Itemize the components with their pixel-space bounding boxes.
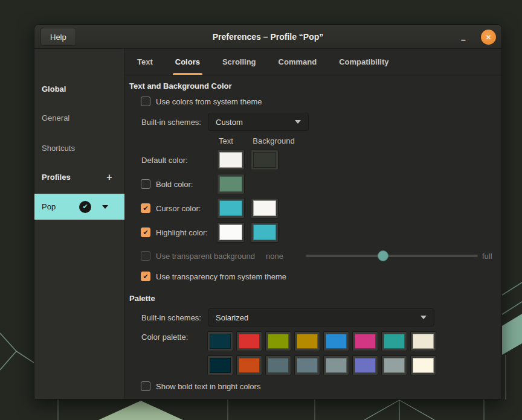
- palette-swatch-10[interactable]: [265, 355, 291, 375]
- bold-color-label: Bold color:: [156, 180, 193, 189]
- slider-none-label: none: [266, 252, 283, 261]
- tab-scrolling[interactable]: Scrolling: [220, 49, 259, 75]
- color-fill: [239, 334, 260, 349]
- palette-swatch-8[interactable]: [207, 355, 233, 375]
- highlight-text-color-swatch[interactable]: [217, 222, 245, 243]
- tab-compatibility[interactable]: Compatibility: [337, 49, 391, 75]
- show-bold-label: Show bold text in bright colors: [156, 382, 260, 391]
- transparent-background-row: Use transparent background: [141, 249, 255, 263]
- column-header-text: Text: [208, 136, 244, 145]
- section-title-palette: Palette: [129, 294, 155, 303]
- highlight-color-row: ✔ Highlight color:: [141, 225, 208, 240]
- use-system-colors-row: Use colors from system theme: [141, 94, 262, 109]
- cursor-color-checkbox[interactable]: ✔: [141, 203, 150, 213]
- color-fill: [297, 358, 318, 373]
- palette-swatch-9[interactable]: [236, 355, 262, 375]
- color-fill: [219, 152, 242, 168]
- color-fill: [268, 334, 289, 349]
- palette-swatch-4[interactable]: [323, 331, 349, 351]
- check-icon: ✔: [143, 205, 148, 212]
- sidebar: Global General Shortcuts Profiles + Pop …: [34, 49, 124, 399]
- default-color-label: Default color:: [141, 156, 188, 165]
- color-fill: [355, 334, 376, 349]
- chevron-down-icon: [295, 120, 301, 124]
- palette-swatch-15[interactable]: [410, 355, 436, 375]
- palette-builtin-value: Solarized: [216, 313, 248, 322]
- highlight-background-color-swatch[interactable]: [251, 222, 279, 243]
- transparency-slider-track[interactable]: [306, 255, 478, 257]
- palette-builtin-row: Built-in schemes:: [141, 310, 201, 325]
- palette-swatch-5[interactable]: [352, 331, 378, 351]
- column-header-background: Background: [248, 136, 299, 145]
- color-fill: [355, 358, 376, 373]
- highlight-color-checkbox[interactable]: ✔: [141, 228, 150, 237]
- minimize-button[interactable]: –: [457, 31, 469, 43]
- help-button[interactable]: Help: [40, 28, 76, 46]
- use-system-colors-label: Use colors from system theme: [156, 97, 262, 106]
- system-transparency-checkbox[interactable]: ✔: [141, 272, 150, 281]
- palette-swatch-11[interactable]: [294, 355, 320, 375]
- transparency-slider-handle[interactable]: [378, 250, 388, 261]
- color-palette-label-row: Color palette:: [141, 329, 188, 344]
- close-icon: ✕: [485, 33, 491, 42]
- bold-color-row: Bold color:: [141, 177, 193, 191]
- palette-swatch-13[interactable]: [352, 355, 378, 375]
- color-fill: [384, 334, 405, 349]
- sidebar-item-general[interactable]: General: [34, 113, 124, 122]
- builtin-schemes-dropdown[interactable]: Custom: [208, 113, 309, 131]
- plus-icon: +: [106, 172, 112, 182]
- builtin-schemes-row: Built-in schemes:: [141, 115, 201, 129]
- cursor-text-color-swatch[interactable]: [217, 198, 245, 218]
- show-bold-checkbox[interactable]: [141, 381, 150, 391]
- default-background-color-swatch[interactable]: [251, 150, 279, 170]
- palette-swatch-2[interactable]: [265, 331, 291, 351]
- default-text-color-swatch[interactable]: [217, 150, 245, 170]
- transparent-background-label: Use transparent background: [156, 252, 255, 261]
- cursor-background-color-swatch[interactable]: [251, 198, 279, 218]
- color-fill: [210, 358, 231, 373]
- palette-swatch-7[interactable]: [410, 331, 436, 351]
- palette-swatch-3[interactable]: [294, 331, 320, 351]
- chevron-down-icon: [420, 316, 427, 319]
- chevron-down-icon[interactable]: [102, 205, 108, 209]
- highlight-color-label: Highlight color:: [156, 228, 208, 237]
- sidebar-item-profile-pop[interactable]: Pop ✔: [34, 194, 124, 220]
- show-bold-row: Show bold text in bright colors: [141, 379, 260, 393]
- color-fill: [219, 224, 242, 240]
- system-transparency-label: Use transparency from system theme: [156, 272, 286, 281]
- bold-color-checkbox[interactable]: [141, 179, 150, 189]
- tab-bar: Text Colors Scrolling Command Compatibil…: [124, 49, 501, 75]
- default-color-row: Default color:: [141, 153, 188, 167]
- close-button[interactable]: ✕: [481, 30, 496, 45]
- sidebar-item-global[interactable]: Global: [34, 84, 124, 94]
- cursor-color-row: ✔ Cursor color:: [141, 201, 201, 215]
- palette-swatch-0[interactable]: [207, 331, 233, 351]
- color-fill: [253, 152, 276, 168]
- palette-swatch-6[interactable]: [381, 331, 407, 351]
- color-fill: [413, 334, 434, 349]
- titlebar[interactable]: Help Preferences – Profile “Pop” – ✕: [34, 25, 501, 49]
- preferences-content: Text Colors Scrolling Command Compatibil…: [124, 49, 501, 399]
- color-fill: [268, 358, 289, 373]
- color-fill: [239, 358, 260, 373]
- check-glyph: ✔: [82, 203, 88, 211]
- palette-swatch-1[interactable]: [236, 331, 262, 351]
- palette-swatch-12[interactable]: [323, 355, 349, 375]
- transparent-background-checkbox[interactable]: [141, 251, 150, 261]
- palette-builtin-dropdown[interactable]: Solarized: [208, 308, 434, 326]
- use-system-colors-checkbox[interactable]: [141, 97, 150, 106]
- palette-swatch-14[interactable]: [381, 355, 407, 375]
- profile-name: Pop: [42, 202, 56, 211]
- preferences-window: Help Preferences – Profile “Pop” – ✕ Glo…: [34, 24, 502, 399]
- tab-colors[interactable]: Colors: [173, 49, 202, 75]
- sidebar-item-shortcuts[interactable]: Shortcuts: [34, 144, 124, 153]
- color-fill: [384, 358, 405, 373]
- bold-color-swatch[interactable]: [217, 174, 245, 194]
- tab-text[interactable]: Text: [135, 49, 155, 75]
- color-fill: [326, 358, 347, 373]
- add-profile-button[interactable]: +: [103, 172, 115, 183]
- window-title: Preferences – Profile “Pop”: [34, 25, 501, 49]
- system-transparency-row: ✔ Use transparency from system theme: [141, 269, 286, 284]
- builtin-schemes-value: Custom: [216, 118, 243, 127]
- tab-command[interactable]: Command: [276, 49, 320, 75]
